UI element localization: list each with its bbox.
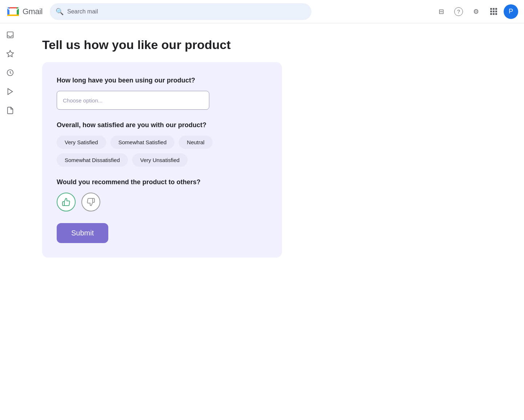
layout: Tell us how you like our product How lon… bbox=[0, 23, 524, 420]
question2-section: Overall, how satisfied are you with our … bbox=[57, 121, 267, 167]
clock-icon bbox=[6, 69, 14, 77]
filter-icon-btn[interactable]: ⊟ bbox=[434, 4, 448, 19]
option-somewhat-dissatisfied[interactable]: Somewhat Dissatisfied bbox=[57, 153, 128, 167]
sidebar-item-drafts[interactable] bbox=[3, 103, 17, 118]
help-icon: ? bbox=[454, 7, 463, 16]
filter-icon: ⊟ bbox=[439, 8, 444, 16]
apps-icon-btn[interactable] bbox=[486, 4, 501, 19]
search-bar[interactable]: 🔍 bbox=[50, 3, 311, 20]
svg-rect-5 bbox=[7, 15, 19, 16]
question3-label: Would you recommend the product to other… bbox=[57, 178, 267, 186]
option-very-unsatisfied[interactable]: Very Unsatisfied bbox=[132, 153, 188, 167]
star-icon bbox=[6, 50, 14, 58]
question2-label: Overall, how satisfied are you with our … bbox=[57, 121, 267, 129]
page-title: Tell us how you like our product bbox=[42, 38, 502, 52]
gmail-m-icon bbox=[6, 4, 20, 19]
settings-icon-btn[interactable]: ⚙ bbox=[469, 4, 483, 19]
question3-section: Would you recommend the product to other… bbox=[57, 178, 267, 211]
question1-section: How long have you been using our product… bbox=[57, 77, 267, 110]
gmail-label: Gmail bbox=[23, 7, 43, 16]
settings-icon: ⚙ bbox=[473, 8, 479, 16]
draft-icon bbox=[6, 106, 14, 114]
thumb-buttons bbox=[57, 193, 267, 211]
satisfaction-options: Very Satisfied Somewhat Satisfied Neutra… bbox=[57, 136, 267, 167]
sidebar-item-inbox[interactable] bbox=[3, 28, 17, 42]
submit-button[interactable]: Submit bbox=[57, 223, 108, 243]
svg-marker-10 bbox=[8, 89, 13, 95]
help-icon-btn[interactable]: ? bbox=[451, 4, 466, 19]
survey-card: How long have you been using our product… bbox=[42, 62, 282, 258]
gmail-logo: Gmail bbox=[6, 4, 43, 19]
search-icon: 🔍 bbox=[56, 8, 64, 16]
sidebar-item-snoozed[interactable] bbox=[3, 65, 17, 80]
sidebar-item-sent[interactable] bbox=[3, 84, 17, 99]
apps-icon bbox=[490, 8, 497, 15]
thumbs-down-button[interactable] bbox=[81, 193, 100, 211]
thumbs-down-icon bbox=[86, 198, 95, 206]
option-somewhat-satisfied[interactable]: Somewhat Satisfied bbox=[110, 136, 175, 149]
topbar: Gmail 🔍 ⊟ ? ⚙ P bbox=[0, 0, 524, 23]
sidebar bbox=[0, 23, 20, 420]
option-neutral[interactable]: Neutral bbox=[179, 136, 212, 149]
topbar-icons: ⊟ ? ⚙ P bbox=[434, 4, 518, 19]
thumbs-up-icon bbox=[62, 198, 70, 206]
thumbs-up-button[interactable] bbox=[57, 193, 76, 211]
main-content: Tell us how you like our product How lon… bbox=[20, 23, 524, 420]
inbox-icon bbox=[6, 31, 14, 39]
avatar[interactable]: P bbox=[504, 4, 518, 19]
send-icon bbox=[6, 88, 14, 96]
sidebar-item-starred[interactable] bbox=[3, 47, 17, 61]
duration-dropdown[interactable]: Choose option... Less than 1 month 1–6 m… bbox=[57, 91, 209, 110]
option-very-satisfied[interactable]: Very Satisfied bbox=[57, 136, 106, 149]
search-input[interactable] bbox=[67, 8, 306, 15]
svg-marker-8 bbox=[7, 51, 13, 57]
question1-label: How long have you been using our product… bbox=[57, 77, 267, 84]
